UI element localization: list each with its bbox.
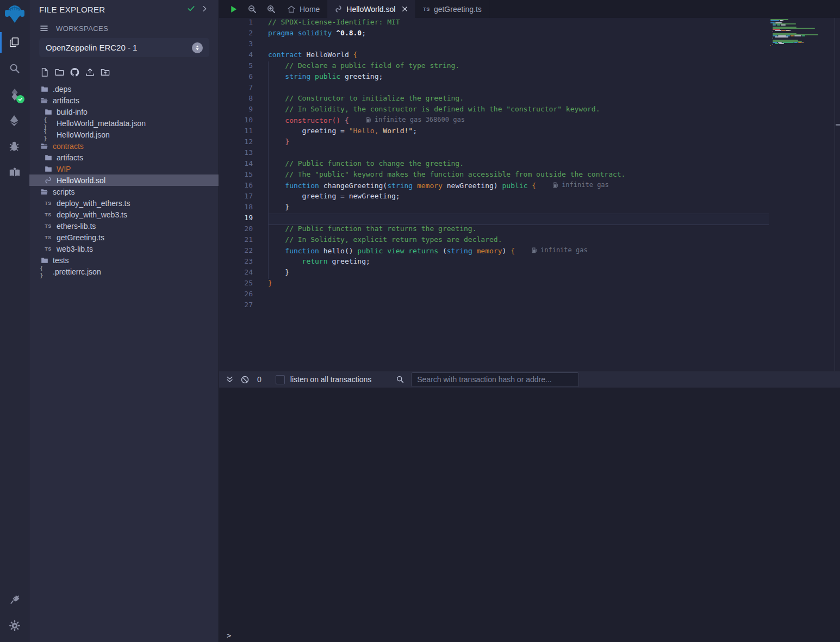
code-line-22: function hello() public view returns (st…	[268, 246, 840, 257]
github-icon[interactable]	[70, 66, 80, 78]
tree-item-scripts[interactable]: scripts	[29, 186, 219, 197]
tree-item-helloworld-json[interactable]: { }HelloWorld.json	[29, 129, 219, 140]
tree-item-label: deploy_with_web3.ts	[57, 210, 127, 219]
tab-getgreeting-ts[interactable]: TSgetGreeting.ts	[416, 0, 489, 18]
code-line-25: }	[268, 279, 840, 290]
line-number-gutter: 1234567891011121314151617181920212223242…	[219, 18, 253, 311]
terminal-prompt: >	[227, 631, 231, 640]
code-line-7	[268, 83, 840, 94]
zoom-out-button[interactable]	[247, 4, 257, 14]
solidity-file-icon	[43, 176, 53, 184]
workspace-sort-icon	[192, 42, 203, 53]
code-line-26	[268, 290, 840, 301]
line-number: 12	[219, 138, 253, 148]
tree-item-label: deploy_with_ethers.ts	[57, 199, 130, 208]
tree-item-helloworld-metadata-json[interactable]: { }HelloWorld_metadata.json	[29, 117, 219, 129]
code-line-24: }	[268, 268, 840, 279]
remix-ide-window: FILE EXPLORER WORKSPACES OpenZeppelin ER…	[0, 0, 840, 642]
line-number: 17	[219, 192, 253, 203]
tree-item-getgreeting-ts[interactable]: TSgetGreeting.ts	[29, 232, 219, 243]
code-line-20: // Public function that returns the gree…	[268, 225, 840, 235]
typescript-file-icon: TS	[43, 212, 53, 217]
tab-helloworld-sol[interactable]: HelloWorld.sol	[327, 0, 416, 18]
tree-item-deploy-with-ethers-ts[interactable]: TSdeploy_with_ethers.ts	[29, 197, 219, 209]
code-line-1: // SPDX-License-Identifier: MIT	[268, 18, 840, 29]
line-number: 13	[219, 148, 253, 159]
code-line-4: contract HelloWorld {	[268, 51, 840, 61]
code-line-12: }	[268, 138, 840, 148]
listen-transactions-checkbox[interactable]	[276, 375, 285, 384]
line-number: 23	[219, 257, 253, 268]
tree-item-tests[interactable]: tests	[29, 254, 219, 266]
tree-item-artifacts[interactable]: artifacts	[29, 152, 219, 163]
workspace-select[interactable]: OpenZeppelin ERC20 - 1	[39, 38, 209, 57]
tree-item-label: build-info	[57, 108, 88, 116]
gas-estimate-annotation: infinite gas	[552, 181, 609, 189]
tree-item-helloworld-sol[interactable]: HelloWorld.sol	[29, 174, 219, 186]
plugin-manager-icon[interactable]	[0, 587, 29, 613]
new-file-icon[interactable]	[39, 66, 49, 78]
line-number: 20	[219, 225, 253, 235]
search-icon[interactable]	[0, 55, 29, 82]
tree-item-ethers-lib-ts[interactable]: TSethers-lib.ts	[29, 220, 219, 232]
code-editor[interactable]: 1234567891011121314151617181920212223242…	[219, 18, 840, 371]
close-tab-icon[interactable]	[401, 5, 408, 13]
line-number: 24	[219, 268, 253, 279]
code-line-17: greeting = newGreeting;	[268, 192, 840, 203]
file-explorer-icon[interactable]	[0, 29, 29, 55]
gas-estimate-annotation: infinite gas	[531, 246, 588, 254]
tree-item-build-info[interactable]: build-info	[29, 106, 219, 117]
deploy-run-icon[interactable]	[0, 108, 29, 134]
tree-item-artifacts[interactable]: artifacts	[29, 95, 219, 106]
line-number: 26	[219, 290, 253, 301]
solidity-compiler-icon[interactable]	[0, 82, 29, 108]
chevron-right-icon[interactable]	[201, 5, 208, 15]
line-number: 16	[219, 181, 253, 192]
tree-item--prettierrc-json[interactable]: { }.prettierrc.json	[29, 266, 219, 277]
folder-icon	[43, 165, 53, 173]
zoom-in-button[interactable]	[266, 4, 276, 14]
upload-file-icon[interactable]	[85, 66, 95, 78]
code-line-9: // In Solidity, the constructor is defin…	[268, 105, 840, 116]
code-line-5: // Declare a public field of type string…	[268, 61, 840, 72]
line-number: 18	[219, 203, 253, 214]
terminal-search-input[interactable]	[411, 372, 579, 387]
file-explorer-actions	[39, 66, 110, 78]
remix-logo-icon[interactable]	[0, 0, 29, 29]
check-icon	[186, 5, 196, 15]
tab-home[interactable]: Home	[280, 0, 327, 18]
folder-open-icon	[40, 97, 49, 104]
tree-item-label: getGreeting.ts	[57, 233, 104, 242]
overview-ruler	[835, 18, 835, 371]
tree-item-web3-lib-ts[interactable]: TSweb3-lib.ts	[29, 243, 219, 254]
tree-item-contracts[interactable]: contracts	[29, 140, 219, 152]
run-script-button[interactable]	[229, 4, 238, 14]
tree-item--deps[interactable]: .deps	[29, 83, 219, 95]
debugger-icon[interactable]	[0, 134, 29, 160]
line-number: 25	[219, 279, 253, 290]
tree-item-wip[interactable]: WIP	[29, 163, 219, 174]
line-number: 11	[219, 127, 253, 138]
tree-item-deploy-with-web3-ts[interactable]: TSdeploy_with_web3.ts	[29, 209, 219, 220]
code-line-8: // Constructor to initialize the greetin…	[268, 94, 840, 105]
typescript-file-icon: TS	[423, 7, 430, 12]
line-number: 10	[219, 116, 253, 127]
line-number: 14	[219, 159, 253, 170]
code-line-3	[268, 40, 840, 51]
minimap[interactable]	[770, 19, 817, 48]
line-number: 4	[219, 51, 253, 61]
terminal-clear-icon[interactable]	[240, 375, 250, 384]
line-number: 8	[219, 94, 253, 105]
terminal[interactable]: >	[219, 388, 840, 642]
scrollbar-marker	[836, 124, 840, 126]
terminal-collapse-icon[interactable]	[226, 376, 234, 384]
upload-folder-icon[interactable]	[100, 66, 110, 78]
folder-icon	[40, 257, 49, 264]
line-number: 1	[219, 18, 253, 29]
learneth-icon[interactable]	[0, 160, 29, 186]
settings-icon[interactable]	[0, 613, 29, 639]
new-folder-icon[interactable]	[54, 66, 65, 78]
hamburger-menu-icon[interactable]	[39, 24, 49, 33]
folder-icon	[40, 85, 49, 93]
transaction-count-badge: 0	[257, 375, 262, 384]
